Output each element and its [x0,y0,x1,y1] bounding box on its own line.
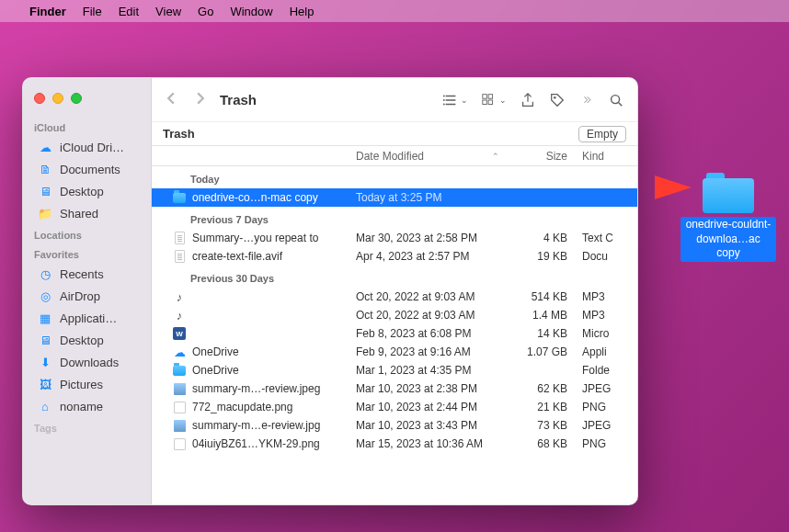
sidebar-section-header: Favorites [23,243,151,263]
file-name: Summary-…you repeat to [192,232,318,244]
menubar-item[interactable]: Edit [119,5,139,18]
file-name: summary-m…e-review.jpg [192,419,320,432]
sidebar-section-header: Locations [23,224,151,243]
sidebar-item-label: Downloads [60,356,119,369]
sidebar-item-applications[interactable]: ▦Applicati… [27,307,147,329]
file-row[interactable]: ☁︎OneDriveFeb 9, 2023 at 9:16 AM1.07 GBA… [152,343,637,361]
file-row[interactable]: ♪Oct 20, 2022 at 9:03 AM514 KBMP3 [152,288,637,306]
sidebar-item-downloads[interactable]: ⬇︎Downloads [27,351,147,373]
file-row[interactable]: create-text-file.avifApr 4, 2023 at 2:57… [152,247,637,266]
file-row[interactable]: 772_macupdate.pngMar 10, 2023 at 2:44 PM… [152,398,637,416]
more-button[interactable] [578,92,595,108]
list-group-header: Previous 30 Days [152,266,637,288]
file-list[interactable]: Todayonedrive-co…n-mac copyToday at 3:25… [152,166,637,504]
col-size-header[interactable]: Size [507,150,575,163]
sidebar-item-desktop[interactable]: 🖥Desktop [27,329,147,351]
sidebar-item-label: Pictures [60,378,103,391]
sidebar-item-label: Recents [60,267,104,281]
forward-button[interactable] [194,92,207,108]
file-name: 772_macupdate.png [192,401,292,413]
file-row[interactable]: summary-m…e-review.jpgMar 10, 2023 at 3:… [152,416,637,435]
sidebar-item-airdrop[interactable]: ◎AirDrop [27,285,147,307]
file-date: Mar 10, 2023 at 2:38 PM [349,382,507,395]
file-date: Mar 15, 2023 at 10:36 AM [349,437,507,450]
file-kind: PNG [575,437,637,450]
file-date: Mar 10, 2023 at 2:44 PM [349,401,507,413]
menubar: Finder File Edit View Go Window Help [0,0,789,22]
menubar-item[interactable]: View [155,5,181,18]
file-kind: Appli [575,345,637,358]
path-crumb[interactable]: Trash [163,127,195,141]
file-row[interactable]: WFeb 8, 2023 at 6:08 PM14 KBMicro [152,324,637,343]
audio-icon: ♪ [172,308,187,323]
file-row[interactable]: 04iuiyBZ61…YKM-29.pngMar 15, 2023 at 10:… [152,435,637,453]
file-size: 19 KB [507,250,575,263]
column-headers: Date Modified⌃ Size Kind [152,146,637,166]
file-row[interactable]: Summary-…you repeat toMar 30, 2023 at 2:… [152,229,637,247]
minimize-button[interactable] [52,93,63,104]
sidebar-item-pictures[interactable]: 🖼Pictures [27,373,147,395]
file-row[interactable]: summary-m…-review.jpegMar 10, 2023 at 2:… [152,379,637,398]
menubar-item[interactable]: Help [290,5,314,18]
file-row[interactable]: ♪Oct 20, 2022 at 9:03 AM1.4 MBMP3 [152,306,637,324]
share-button[interactable] [520,92,536,108]
traffic-lights [23,84,151,117]
toolbar: Trash ⌄ ⌄ [152,78,637,122]
png-icon [172,436,187,451]
back-button[interactable] [165,92,177,108]
sidebar-item-icloud-drive[interactable]: ☁︎iCloud Dri… [27,136,147,158]
svg-point-1 [443,99,445,101]
file-kind: PNG [575,401,637,413]
file-size: 14 KB [507,327,575,340]
folder-icon [703,173,754,213]
svg-point-2 [443,103,445,105]
col-date-header[interactable]: Date Modified⌃ [349,150,507,163]
cloud-icon: ☁︎ [38,140,52,154]
file-date: Mar 10, 2023 at 3:43 PM [349,419,507,432]
svg-rect-5 [483,100,487,105]
list-group-header: Previous 7 Days [152,207,637,229]
file-size: 62 KB [507,382,575,395]
file-row[interactable]: OneDriveMar 1, 2023 at 4:35 PMFolde [152,361,637,379]
file-name: OneDrive [192,345,239,358]
file-name: summary-m…-review.jpeg [192,382,320,395]
sidebar-item-shared[interactable]: 📁Shared [27,202,147,224]
document-icon: 🗎 [38,162,52,176]
file-date: Mar 30, 2023 at 2:58 PM [349,232,507,244]
svg-point-0 [443,95,445,96]
file-size: 514 KB [507,290,575,303]
main-pane: Trash ⌄ ⌄ Trash Empty Date Modified⌃ Siz… [152,78,637,504]
file-size: 21 KB [507,401,575,413]
file-date: Feb 9, 2023 at 9:16 AM [349,345,507,358]
close-button[interactable] [34,93,45,104]
col-kind-header[interactable]: Kind [575,150,637,163]
home-icon: ⌂ [38,399,52,413]
menubar-item[interactable]: File [83,5,102,18]
document-icon [172,231,187,245]
sidebar-item-documents[interactable]: 🗎Documents [27,158,147,180]
svg-point-8 [612,95,620,103]
sidebar-item-recents[interactable]: ◷Recents [27,263,147,285]
menubar-item[interactable]: Window [230,5,272,18]
tags-button[interactable] [549,92,566,108]
window-title: Trash [220,92,257,108]
empty-trash-button[interactable]: Empty [578,126,626,142]
list-group-header: Today [152,166,637,188]
search-button[interactable] [608,92,624,108]
zoom-button[interactable] [71,93,82,104]
download-icon: ⬇︎ [38,355,52,369]
sidebar-item-home[interactable]: ⌂noname [27,395,147,417]
group-button[interactable]: ⌄ [481,92,507,108]
desktop-item[interactable]: onedrive-couldnt-downloa…ac copy [680,173,776,262]
view-list-button[interactable]: ⌄ [442,92,468,108]
audio-icon: ♪ [172,289,187,304]
menubar-app[interactable]: Finder [29,5,66,18]
file-date: Apr 4, 2023 at 2:57 PM [349,250,507,263]
sidebar-item-desktop[interactable]: 🖥Desktop [27,180,147,202]
sidebar-item-label: Desktop [60,334,104,347]
desktop-icon: 🖥 [38,184,52,198]
file-row[interactable]: onedrive-co…n-mac copyToday at 3:25 PM [152,188,637,207]
menubar-item[interactable]: Go [198,5,213,18]
file-size: 68 KB [507,437,575,450]
file-kind: Text C [575,232,637,244]
